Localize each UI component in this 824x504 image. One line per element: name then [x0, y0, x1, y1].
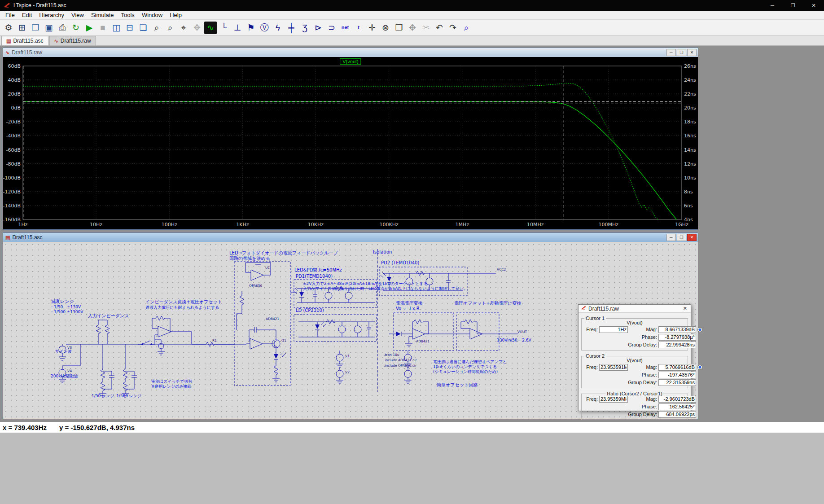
tab-draft115-asc[interactable]: ▤Draft115.asc [1, 36, 48, 45]
redo-icon[interactable]: ↷ [447, 22, 459, 34]
tab-draft115-raw[interactable]: ∿Draft115.raw [49, 36, 96, 45]
ground-icon[interactable]: ⊥ [231, 22, 244, 34]
trace-label-chip[interactable]: V(vout) [340, 58, 361, 65]
search-icon[interactable]: ⌕ [460, 22, 473, 34]
schematic-close-button[interactable]: ✕ [687, 234, 697, 241]
menu-file[interactable]: File [2, 11, 18, 19]
cascade-windows-icon[interactable]: ❏ [137, 22, 149, 34]
pan-icon[interactable]: ✥ [191, 22, 203, 34]
cursor2-phase-field[interactable] [658, 372, 696, 378]
menu-tools[interactable]: Tools [118, 11, 138, 19]
menu-window[interactable]: Window [138, 11, 166, 19]
voltage-source-icon[interactable]: Ⓥ [258, 22, 271, 34]
menu-view[interactable]: View [68, 11, 88, 19]
cursor1-gd-field[interactable] [658, 342, 696, 348]
svg-text:サイン波: サイン波 [55, 349, 72, 354]
tile-horizontal-icon[interactable]: ⊟ [123, 22, 136, 34]
waveform-close-button[interactable]: ✕ [687, 49, 697, 56]
schematic-window-titlebar[interactable]: ▤ Draft115.asc ─ ❐ ✕ [3, 233, 698, 242]
svg-text:電圧オフセット+差動電圧に変換: 電圧オフセット+差動電圧に変換 [454, 301, 522, 306]
minimize-button[interactable]: ─ [762, 0, 783, 11]
schematic-minimize-button[interactable]: ─ [666, 234, 676, 241]
halt-icon[interactable]: ■ [96, 22, 109, 34]
ratio-freq-field[interactable] [599, 396, 628, 403]
net-label-icon[interactable]: ⚑ [245, 22, 257, 34]
ratio-gd-field[interactable] [658, 411, 696, 418]
cursor2-mag-radio[interactable] [697, 365, 702, 370]
duplicate-icon[interactable]: ❐ [393, 22, 405, 34]
zoom-full-icon[interactable]: ⌖ [177, 22, 190, 34]
menu-edit[interactable]: Edit [18, 11, 35, 19]
cursor2-heading: Cursor 2 [584, 353, 606, 359]
maximize-button[interactable]: ❐ [783, 0, 803, 11]
menu-simulate[interactable]: Simulate [88, 11, 118, 19]
schematic-components [59, 270, 482, 377]
menu-hierarchy[interactable]: Hierarchy [35, 11, 68, 19]
cut-icon[interactable]: ✂ [420, 22, 432, 34]
svg-text:LED→フォトダイオードの電流フィードバックループ: LED→フォトダイオードの電流フィードバックループ [229, 250, 338, 255]
waveform-minimize-button[interactable]: ─ [666, 49, 676, 56]
waveform-maximize-button[interactable]: ❐ [677, 49, 686, 56]
cursor1-phase-field[interactable] [658, 334, 696, 341]
tile-vertical-icon[interactable]: ◫ [110, 22, 123, 34]
schematic-maximize-button[interactable]: ❐ [677, 234, 686, 241]
svg-text:0dB: 0dB [11, 105, 21, 111]
svg-text:10Hz: 10Hz [90, 222, 102, 228]
svg-text:1/500 レンジ: 1/500 レンジ [116, 394, 141, 398]
cursor2-freq-field[interactable] [599, 364, 628, 371]
cursor2-mag-field[interactable] [658, 364, 696, 371]
cursor-dialog-titlebar[interactable]: Draft115.raw ✕ [579, 305, 691, 313]
delete-icon[interactable]: ⊗ [379, 22, 392, 34]
svg-text:電流電圧変換: 電流電圧変換 [396, 301, 423, 306]
cursor1-group: Cursor 1 V(vout) Freq: Mag: Phase: Group… [581, 318, 688, 351]
print-icon[interactable]: ⎙ [56, 22, 69, 34]
capacitor-icon[interactable]: ╪ [285, 22, 298, 34]
ratio-phase-field[interactable] [658, 403, 696, 410]
text-icon[interactable]: t [352, 22, 365, 34]
waveform-pane[interactable]: V(vout) 1Hz10Hz100Hz1KHz10KHz100KHz1MHz1… [3, 57, 698, 229]
ratio-mag-field[interactable] [658, 396, 696, 403]
inductor-icon[interactable]: Ʒ [298, 22, 311, 34]
app-titlebar[interactable]: LTspice - Draft115.asc ─ ❐ ✕ [0, 0, 824, 11]
zoom-in-icon[interactable]: ⌕ [150, 22, 163, 34]
close-button[interactable]: ✕ [803, 0, 824, 11]
svg-text:100Hz: 100Hz [162, 222, 177, 228]
waveform-window-titlebar[interactable]: ∿ Draft115.raw ─ ❐ ✕ [3, 48, 698, 57]
menu-help[interactable]: Help [166, 11, 185, 19]
waveform-plot[interactable]: 1Hz10Hz100Hz1KHz10KHz100KHz1MHz10MHz100M… [3, 57, 698, 229]
run-icon[interactable]: ▶ [83, 22, 96, 34]
refresh-icon[interactable]: ↻ [70, 22, 82, 34]
wire-icon[interactable]: └ [218, 22, 230, 34]
new-schematic-icon[interactable]: ⊞ [16, 22, 28, 34]
svg-text:1/50 レンジ: 1/50 レンジ [92, 394, 114, 398]
undo-icon[interactable]: ↶ [433, 22, 446, 34]
resistor-icon[interactable]: ϟ [272, 22, 284, 34]
cursor1-mag-radio[interactable] [697, 327, 702, 332]
cursor2-gd-field[interactable] [658, 379, 696, 386]
diode-icon[interactable]: ⊳ [312, 22, 324, 34]
spice-netlist-icon[interactable]: net [339, 22, 351, 34]
svg-text:100KHz: 100KHz [379, 222, 398, 228]
tab-label: Draft115.raw [61, 38, 91, 44]
drag-icon[interactable]: ✥ [406, 22, 419, 34]
cursor1-freq-label: Freq: [583, 327, 598, 332]
svg-text:.include AD8421.cir: .include AD8421.cir [384, 358, 417, 362]
svg-text:100MHz: 100MHz [599, 222, 619, 228]
svg-text:18ns: 18ns [684, 119, 696, 125]
ratio-freq-label: Freq: [583, 396, 598, 402]
move-icon[interactable]: ✛ [366, 22, 378, 34]
svg-text:V1: V1 [345, 354, 350, 358]
status-x-readout: x = 739.403Hz [3, 424, 47, 431]
component-icon[interactable]: ⊃ [325, 22, 338, 34]
open-icon[interactable]: ❒ [29, 22, 42, 34]
cursor1-freq-field[interactable] [599, 326, 628, 333]
waveform-pane-icon[interactable]: ∿ [204, 22, 217, 34]
zoom-out-icon[interactable]: ⌕ [164, 22, 176, 34]
cursor1-phase-label: Phase: [629, 334, 657, 340]
tab-bar: ▤Draft115.asc∿Draft115.raw [0, 36, 824, 46]
cursor-dialog-close-button[interactable]: ✕ [682, 306, 688, 311]
svg-text:8ns: 8ns [684, 189, 693, 195]
cursor1-mag-field[interactable] [658, 326, 696, 333]
control-panel-icon[interactable]: ⚙ [2, 22, 15, 34]
save-icon[interactable]: ▣ [43, 22, 55, 34]
